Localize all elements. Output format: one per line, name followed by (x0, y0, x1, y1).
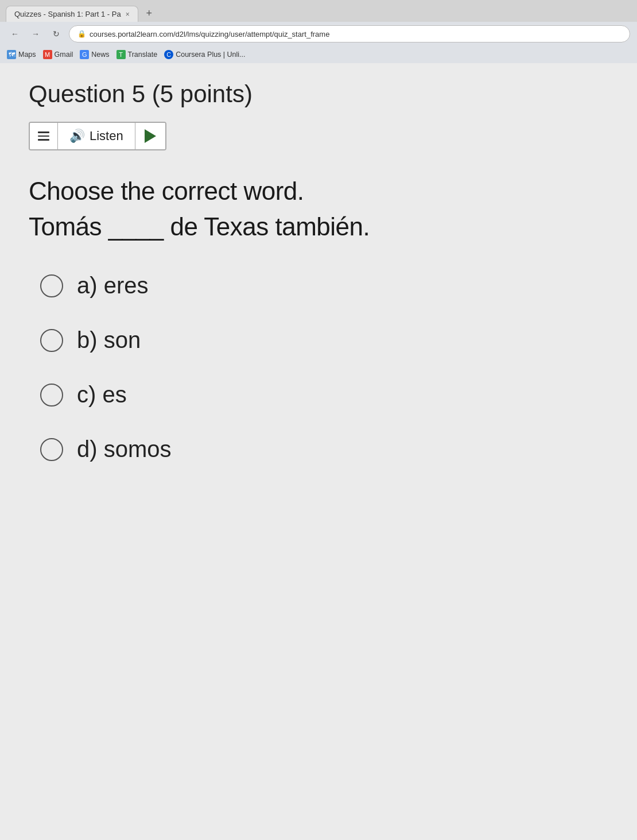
bookmark-translate[interactable]: T Translate (116, 50, 158, 59)
hamburger-icon (38, 131, 49, 141)
address-bar-row: ← → ↻ 🔒 courses.portal2learn.com/d2l/lms… (0, 22, 637, 46)
option-d[interactable]: d) somos (40, 436, 608, 462)
translate-label: Translate (128, 51, 158, 59)
option-a-text: a) eres (77, 273, 149, 299)
url-text: courses.portal2learn.com/d2l/lms/quizzin… (90, 30, 329, 38)
radio-c[interactable] (40, 384, 63, 407)
question-sentence: Tomás ____ de Texas también. (29, 212, 370, 241)
forward-button[interactable]: → (28, 26, 44, 42)
active-tab[interactable]: Quizzes - Spanish 1: Part 1 - Pa × (6, 6, 138, 22)
speaker-icon: 🔊 (69, 129, 85, 144)
radio-b[interactable] (40, 329, 63, 352)
tab-title: Quizzes - Spanish 1: Part 1 - Pa (14, 10, 121, 18)
option-d-label: d) (77, 436, 98, 462)
option-a-value: eres (104, 273, 149, 298)
lock-icon: 🔒 (77, 30, 86, 38)
back-button[interactable]: ← (7, 26, 23, 42)
radio-a[interactable] (40, 274, 63, 297)
option-d-text: d) somos (77, 436, 172, 462)
toolbar-menu-button[interactable] (30, 123, 58, 149)
option-c-label: c) (77, 382, 96, 407)
bookmark-coursera[interactable]: C Coursera Plus | Unli... (164, 50, 245, 59)
answer-options: a) eres b) son c) es d) somos (29, 273, 608, 462)
option-b-text: b) son (77, 327, 141, 353)
maps-label: Maps (18, 51, 36, 59)
tab-bar: Quizzes - Spanish 1: Part 1 - Pa × + (0, 0, 637, 22)
option-b-value: son (104, 327, 141, 353)
coursera-icon: C (164, 50, 173, 59)
play-triangle-icon (145, 129, 156, 143)
option-a[interactable]: a) eres (40, 273, 608, 299)
radio-d[interactable] (40, 438, 63, 461)
news-label: News (91, 51, 109, 59)
listen-button[interactable]: 🔊 Listen (58, 123, 135, 149)
translate-icon: T (116, 50, 126, 59)
browser-chrome: Quizzes - Spanish 1: Part 1 - Pa × + ← →… (0, 0, 637, 63)
bookmarks-bar: 🗺 Maps M Gmail G News T Translate C Cour… (0, 46, 637, 63)
address-field[interactable]: 🔒 courses.portal2learn.com/d2l/lms/quizz… (69, 25, 630, 42)
question-instruction: Choose the correct word. (29, 177, 304, 205)
option-a-label: a) (77, 273, 98, 298)
main-content: Question 5 (5 points) 🔊 Listen Choose th… (0, 63, 637, 840)
new-tab-button[interactable]: + (141, 5, 158, 22)
option-b-label: b) (77, 327, 98, 353)
maps-icon: 🗺 (7, 50, 16, 59)
bookmark-maps[interactable]: 🗺 Maps (7, 50, 36, 59)
news-icon: G (80, 50, 89, 59)
option-c[interactable]: c) es (40, 382, 608, 408)
coursera-label: Coursera Plus | Unli... (176, 51, 245, 59)
question-header: Question 5 (5 points) (29, 80, 608, 108)
reload-button[interactable]: ↻ (48, 26, 64, 42)
play-button[interactable] (135, 123, 165, 149)
question-text: Choose the correct word. Tomás ____ de T… (29, 173, 608, 244)
gmail-icon: M (43, 50, 52, 59)
listen-toolbar: 🔊 Listen (29, 122, 166, 150)
option-c-text: c) es (77, 382, 127, 408)
option-c-value: es (102, 382, 126, 407)
tab-close-button[interactable]: × (126, 10, 130, 18)
gmail-label: Gmail (55, 51, 73, 59)
bookmark-news[interactable]: G News (80, 50, 109, 59)
bookmark-gmail[interactable]: M Gmail (43, 50, 73, 59)
option-d-value: somos (104, 436, 172, 462)
option-b[interactable]: b) son (40, 327, 608, 353)
listen-label: Listen (90, 129, 123, 144)
